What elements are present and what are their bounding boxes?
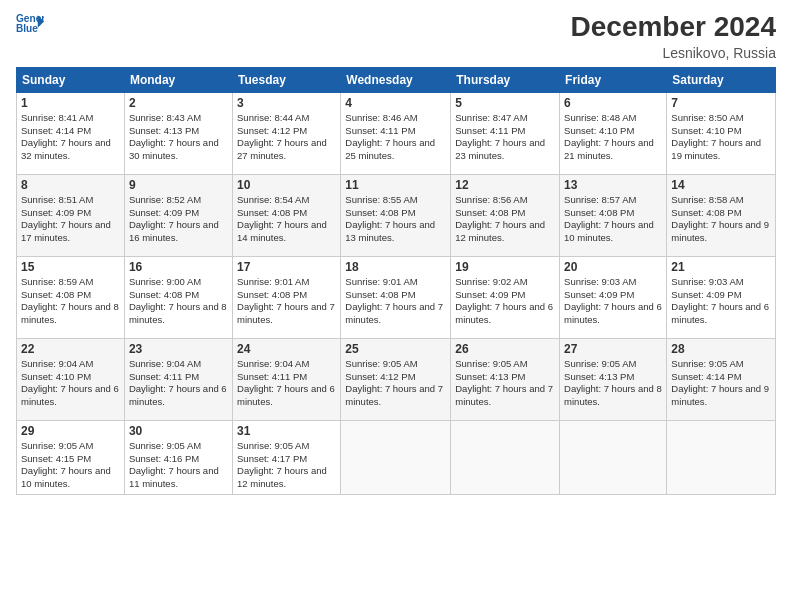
day-info: Sunrise: 9:03 AMSunset: 4:09 PMDaylight:… <box>671 276 771 327</box>
calendar-cell: 6Sunrise: 8:48 AMSunset: 4:10 PMDaylight… <box>560 92 667 174</box>
day-number: 14 <box>671 178 771 192</box>
day-number: 24 <box>237 342 336 356</box>
day-number: 28 <box>671 342 771 356</box>
day-info: Sunrise: 9:03 AMSunset: 4:09 PMDaylight:… <box>564 276 662 327</box>
calendar-cell: 3Sunrise: 8:44 AMSunset: 4:12 PMDaylight… <box>233 92 341 174</box>
day-number: 9 <box>129 178 228 192</box>
day-info: Sunrise: 8:52 AMSunset: 4:09 PMDaylight:… <box>129 194 228 245</box>
weekday-header-row: Sunday Monday Tuesday Wednesday Thursday… <box>17 67 776 92</box>
day-info: Sunrise: 9:01 AMSunset: 4:08 PMDaylight:… <box>345 276 446 327</box>
calendar-cell: 5Sunrise: 8:47 AMSunset: 4:11 PMDaylight… <box>451 92 560 174</box>
calendar-cell: 9Sunrise: 8:52 AMSunset: 4:09 PMDaylight… <box>124 174 232 256</box>
month-title: December 2024 <box>571 12 776 43</box>
day-number: 8 <box>21 178 120 192</box>
header: General Blue December 2024 Lesnikovo, Ru… <box>16 12 776 61</box>
header-monday: Monday <box>124 67 232 92</box>
header-thursday: Thursday <box>451 67 560 92</box>
day-info: Sunrise: 8:48 AMSunset: 4:10 PMDaylight:… <box>564 112 662 163</box>
header-tuesday: Tuesday <box>233 67 341 92</box>
day-number: 21 <box>671 260 771 274</box>
calendar-cell: 7Sunrise: 8:50 AMSunset: 4:10 PMDaylight… <box>667 92 776 174</box>
day-info: Sunrise: 9:04 AMSunset: 4:10 PMDaylight:… <box>21 358 120 409</box>
calendar-cell: 12Sunrise: 8:56 AMSunset: 4:08 PMDayligh… <box>451 174 560 256</box>
logo: General Blue <box>16 12 46 34</box>
day-info: Sunrise: 8:55 AMSunset: 4:08 PMDaylight:… <box>345 194 446 245</box>
day-info: Sunrise: 9:04 AMSunset: 4:11 PMDaylight:… <box>129 358 228 409</box>
day-info: Sunrise: 9:05 AMSunset: 4:17 PMDaylight:… <box>237 440 336 491</box>
day-number: 5 <box>455 96 555 110</box>
calendar-cell: 18Sunrise: 9:01 AMSunset: 4:08 PMDayligh… <box>341 256 451 338</box>
calendar-cell: 25Sunrise: 9:05 AMSunset: 4:12 PMDayligh… <box>341 338 451 420</box>
day-number: 31 <box>237 424 336 438</box>
day-info: Sunrise: 9:05 AMSunset: 4:12 PMDaylight:… <box>345 358 446 409</box>
calendar-cell <box>560 420 667 494</box>
day-info: Sunrise: 9:05 AMSunset: 4:13 PMDaylight:… <box>564 358 662 409</box>
day-info: Sunrise: 8:59 AMSunset: 4:08 PMDaylight:… <box>21 276 120 327</box>
day-number: 11 <box>345 178 446 192</box>
day-info: Sunrise: 9:01 AMSunset: 4:08 PMDaylight:… <box>237 276 336 327</box>
day-number: 15 <box>21 260 120 274</box>
header-sunday: Sunday <box>17 67 125 92</box>
day-number: 1 <box>21 96 120 110</box>
day-info: Sunrise: 8:58 AMSunset: 4:08 PMDaylight:… <box>671 194 771 245</box>
day-number: 19 <box>455 260 555 274</box>
day-number: 25 <box>345 342 446 356</box>
day-info: Sunrise: 9:05 AMSunset: 4:13 PMDaylight:… <box>455 358 555 409</box>
day-number: 7 <box>671 96 771 110</box>
calendar-cell: 29Sunrise: 9:05 AMSunset: 4:15 PMDayligh… <box>17 420 125 494</box>
calendar-cell: 8Sunrise: 8:51 AMSunset: 4:09 PMDaylight… <box>17 174 125 256</box>
day-info: Sunrise: 8:56 AMSunset: 4:08 PMDaylight:… <box>455 194 555 245</box>
calendar-cell: 28Sunrise: 9:05 AMSunset: 4:14 PMDayligh… <box>667 338 776 420</box>
day-number: 4 <box>345 96 446 110</box>
calendar-cell: 26Sunrise: 9:05 AMSunset: 4:13 PMDayligh… <box>451 338 560 420</box>
day-info: Sunrise: 8:47 AMSunset: 4:11 PMDaylight:… <box>455 112 555 163</box>
day-info: Sunrise: 8:54 AMSunset: 4:08 PMDaylight:… <box>237 194 336 245</box>
day-info: Sunrise: 9:05 AMSunset: 4:16 PMDaylight:… <box>129 440 228 491</box>
day-number: 20 <box>564 260 662 274</box>
calendar-cell: 30Sunrise: 9:05 AMSunset: 4:16 PMDayligh… <box>124 420 232 494</box>
day-number: 18 <box>345 260 446 274</box>
day-info: Sunrise: 8:41 AMSunset: 4:14 PMDaylight:… <box>21 112 120 163</box>
day-number: 6 <box>564 96 662 110</box>
calendar-cell: 23Sunrise: 9:04 AMSunset: 4:11 PMDayligh… <box>124 338 232 420</box>
day-info: Sunrise: 8:57 AMSunset: 4:08 PMDaylight:… <box>564 194 662 245</box>
calendar-cell: 31Sunrise: 9:05 AMSunset: 4:17 PMDayligh… <box>233 420 341 494</box>
day-number: 26 <box>455 342 555 356</box>
calendar-cell: 16Sunrise: 9:00 AMSunset: 4:08 PMDayligh… <box>124 256 232 338</box>
calendar-cell <box>667 420 776 494</box>
calendar-cell: 15Sunrise: 8:59 AMSunset: 4:08 PMDayligh… <box>17 256 125 338</box>
day-number: 3 <box>237 96 336 110</box>
day-number: 23 <box>129 342 228 356</box>
logo-icon: General Blue <box>16 12 44 34</box>
calendar-cell: 22Sunrise: 9:04 AMSunset: 4:10 PMDayligh… <box>17 338 125 420</box>
day-info: Sunrise: 8:51 AMSunset: 4:09 PMDaylight:… <box>21 194 120 245</box>
day-info: Sunrise: 9:05 AMSunset: 4:14 PMDaylight:… <box>671 358 771 409</box>
calendar-cell: 2Sunrise: 8:43 AMSunset: 4:13 PMDaylight… <box>124 92 232 174</box>
day-number: 2 <box>129 96 228 110</box>
header-friday: Friday <box>560 67 667 92</box>
calendar-table: Sunday Monday Tuesday Wednesday Thursday… <box>16 67 776 495</box>
day-info: Sunrise: 8:46 AMSunset: 4:11 PMDaylight:… <box>345 112 446 163</box>
calendar-cell <box>451 420 560 494</box>
calendar-cell <box>341 420 451 494</box>
header-wednesday: Wednesday <box>341 67 451 92</box>
day-info: Sunrise: 9:02 AMSunset: 4:09 PMDaylight:… <box>455 276 555 327</box>
day-number: 30 <box>129 424 228 438</box>
location: Lesnikovo, Russia <box>571 45 776 61</box>
day-number: 22 <box>21 342 120 356</box>
calendar-cell: 13Sunrise: 8:57 AMSunset: 4:08 PMDayligh… <box>560 174 667 256</box>
calendar-cell: 27Sunrise: 9:05 AMSunset: 4:13 PMDayligh… <box>560 338 667 420</box>
day-info: Sunrise: 9:00 AMSunset: 4:08 PMDaylight:… <box>129 276 228 327</box>
day-info: Sunrise: 8:44 AMSunset: 4:12 PMDaylight:… <box>237 112 336 163</box>
day-number: 12 <box>455 178 555 192</box>
calendar-cell: 20Sunrise: 9:03 AMSunset: 4:09 PMDayligh… <box>560 256 667 338</box>
day-info: Sunrise: 8:43 AMSunset: 4:13 PMDaylight:… <box>129 112 228 163</box>
calendar-cell: 19Sunrise: 9:02 AMSunset: 4:09 PMDayligh… <box>451 256 560 338</box>
day-number: 29 <box>21 424 120 438</box>
calendar-cell: 21Sunrise: 9:03 AMSunset: 4:09 PMDayligh… <box>667 256 776 338</box>
day-info: Sunrise: 9:05 AMSunset: 4:15 PMDaylight:… <box>21 440 120 491</box>
day-info: Sunrise: 8:50 AMSunset: 4:10 PMDaylight:… <box>671 112 771 163</box>
day-number: 13 <box>564 178 662 192</box>
calendar-cell: 24Sunrise: 9:04 AMSunset: 4:11 PMDayligh… <box>233 338 341 420</box>
day-number: 10 <box>237 178 336 192</box>
